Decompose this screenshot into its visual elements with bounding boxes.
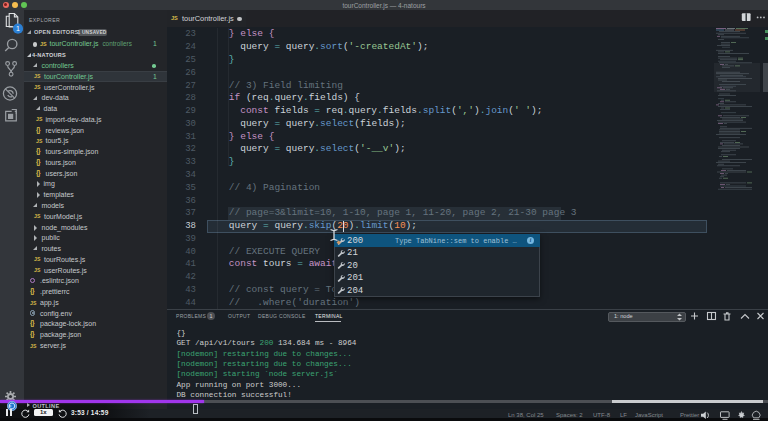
svg-text:1: 1 <box>16 25 20 32</box>
